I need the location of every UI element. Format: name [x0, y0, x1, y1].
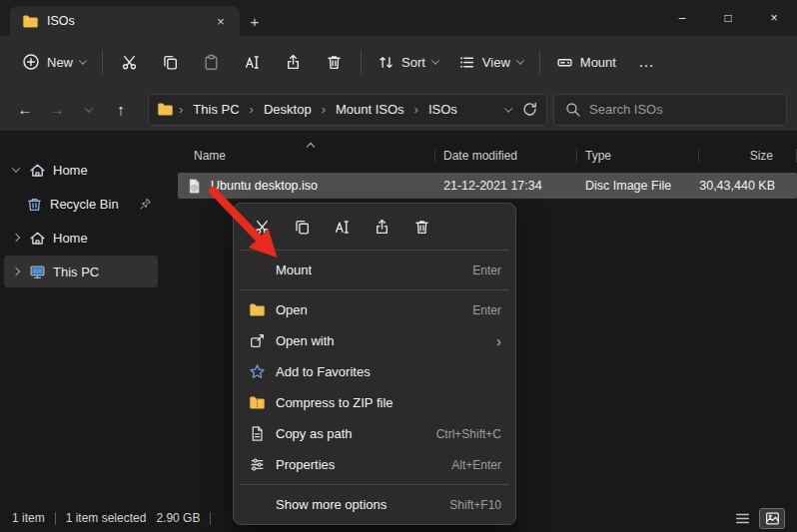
- new-button[interactable]: New: [12, 45, 96, 79]
- sidebar-item-label: This PC: [53, 265, 99, 279]
- empty-icon-slot: [248, 496, 266, 514]
- expand-chevron-icon[interactable]: [10, 235, 22, 241]
- menu-item-mount[interactable]: Mount Enter: [238, 255, 511, 285]
- context-menu-icon-row: [238, 208, 511, 246]
- properties-icon: [249, 456, 266, 473]
- file-explorer-window: ISOs × + – □ × New: [0, 0, 797, 532]
- cut-button[interactable]: [246, 213, 279, 241]
- menu-item-compress-to-zip[interactable]: Compress to ZIP file: [238, 387, 511, 418]
- disc-image-file-icon: [186, 178, 203, 195]
- star-icon: [249, 363, 266, 380]
- copy-button[interactable]: [150, 46, 191, 79]
- delete-button[interactable]: [314, 46, 355, 79]
- sidebar-item-home-2[interactable]: Home: [4, 222, 158, 254]
- thumbnail-view-button[interactable]: [759, 508, 785, 529]
- menu-item-copy-as-path[interactable]: Copy as path Ctrl+Shift+C: [238, 418, 511, 449]
- breadcrumb-desktop[interactable]: Desktop: [259, 100, 317, 119]
- menu-item-add-to-favorites[interactable]: Add to Favorites: [238, 356, 511, 387]
- home-icon: [29, 230, 46, 247]
- view-button[interactable]: View: [448, 46, 533, 79]
- search-input[interactable]: [589, 102, 776, 117]
- expand-chevron-icon[interactable]: [10, 268, 22, 274]
- history-dropdown-button[interactable]: [74, 95, 104, 125]
- menu-item-label: Properties: [276, 457, 335, 472]
- file-type: Disc Image File: [577, 179, 699, 193]
- menu-item-label: Show more options: [276, 497, 387, 512]
- close-button[interactable]: ×: [751, 0, 797, 36]
- menu-item-open[interactable]: Open Enter: [238, 294, 511, 325]
- share-button[interactable]: [366, 213, 398, 241]
- menu-item-shortcut: Enter: [472, 264, 501, 277]
- up-button[interactable]: ↑: [106, 95, 136, 125]
- expand-chevron-icon[interactable]: [10, 167, 22, 173]
- folder-icon: [249, 301, 266, 318]
- view-button-label: View: [482, 55, 510, 70]
- breadcrumb-separator: ›: [247, 102, 257, 117]
- navigation-bar: ← → ↑ › This PC › Desktop › Mount ISOs ›…: [0, 88, 797, 132]
- paste-button[interactable]: [191, 46, 232, 79]
- column-header-size[interactable]: Size: [699, 142, 797, 170]
- sort-button[interactable]: Sort: [368, 46, 448, 79]
- sidebar-item-recycle-bin[interactable]: Recycle Bin: [4, 188, 158, 220]
- refresh-icon[interactable]: [521, 101, 538, 118]
- sidebar-item-home[interactable]: Home: [4, 154, 158, 186]
- file-row-selected[interactable]: Ubuntu desktop.iso 21-12-2021 17:34 Disc…: [178, 173, 797, 199]
- mount-drive-icon: [556, 54, 573, 71]
- command-bar: New Sort View: [0, 36, 797, 88]
- rename-button[interactable]: [232, 46, 273, 79]
- menu-item-show-more-options[interactable]: Show more options Shift+F10: [238, 489, 511, 520]
- address-bar[interactable]: › This PC › Desktop › Mount ISOs › ISOs: [148, 94, 547, 126]
- trash-icon: [413, 219, 430, 236]
- status-divider: [210, 512, 211, 525]
- tab-close-button[interactable]: ×: [210, 10, 232, 32]
- breadcrumb-mount-isos[interactable]: Mount ISOs: [331, 100, 409, 119]
- recycle-bin-icon: [26, 196, 43, 213]
- menu-separator: [240, 484, 509, 485]
- sort-icon: [378, 54, 395, 71]
- sidebar-item-this-pc[interactable]: This PC: [4, 256, 158, 287]
- file-name: Ubuntu desktop.iso: [211, 179, 318, 193]
- column-header-date-modified[interactable]: Date modified: [435, 142, 577, 170]
- menu-item-open-with[interactable]: Open with ›: [238, 325, 511, 356]
- rename-button[interactable]: [326, 213, 359, 241]
- copy-as-path-icon: [249, 425, 266, 442]
- ellipsis-icon: …: [638, 58, 654, 66]
- cut-button[interactable]: [109, 46, 150, 79]
- search-icon: [564, 101, 581, 118]
- breadcrumb-this-pc[interactable]: This PC: [188, 100, 244, 119]
- menu-item-label: Compress to ZIP file: [276, 395, 394, 410]
- breadcrumb-isos[interactable]: ISOs: [423, 100, 462, 119]
- menu-item-shortcut: Shift+F10: [449, 498, 501, 512]
- back-button[interactable]: ←: [10, 95, 40, 125]
- status-divider: [55, 512, 56, 525]
- cut-icon: [121, 54, 138, 71]
- new-tab-button[interactable]: +: [240, 6, 270, 36]
- maximize-button[interactable]: □: [705, 0, 751, 36]
- menu-item-label: Open with: [276, 333, 335, 348]
- minimize-button[interactable]: –: [659, 0, 705, 36]
- forward-button[interactable]: →: [42, 95, 72, 125]
- more-options-button[interactable]: …: [626, 50, 666, 74]
- empty-icon-slot: [248, 262, 266, 279]
- details-view-button[interactable]: [729, 508, 755, 529]
- breadcrumb-separator: ›: [176, 102, 186, 117]
- rename-icon: [334, 219, 351, 236]
- address-dropdown-icon[interactable]: [504, 104, 512, 112]
- delete-button[interactable]: [405, 213, 438, 241]
- open-with-icon: [249, 332, 266, 349]
- column-header-name[interactable]: Name: [162, 142, 435, 170]
- mount-button[interactable]: Mount: [546, 46, 626, 79]
- tab-title: ISOs: [47, 14, 202, 28]
- column-header-type[interactable]: Type: [577, 142, 699, 170]
- explorer-tab[interactable]: ISOs ×: [10, 6, 240, 36]
- menu-separator: [240, 250, 509, 251]
- item-count: 1 item: [12, 511, 45, 525]
- rename-icon: [244, 54, 261, 71]
- menu-separator: [240, 289, 509, 290]
- menu-item-properties[interactable]: Properties Alt+Enter: [238, 449, 511, 480]
- selection-count: 1 item selected: [66, 511, 147, 525]
- share-button[interactable]: [273, 46, 314, 79]
- copy-button[interactable]: [286, 213, 319, 241]
- plus-circle-icon: [22, 53, 40, 71]
- search-box[interactable]: [553, 94, 787, 126]
